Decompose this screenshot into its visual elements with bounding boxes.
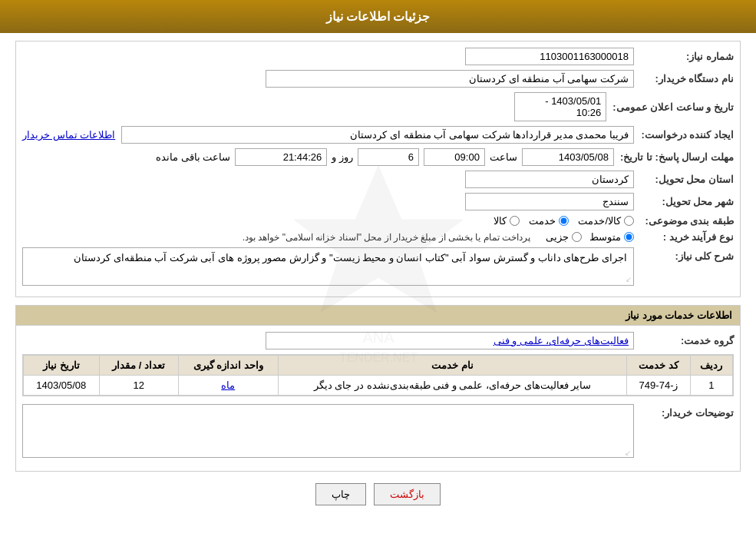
page-container: جزئیات اطلاعات نیاز ANA TENDER.NET شماره… <box>0 0 756 540</box>
back-button[interactable]: بازگشت <box>374 483 441 505</box>
category-radio-kala-khedmat[interactable] <box>624 216 634 226</box>
page-header: جزئیات اطلاعات نیاز <box>0 0 756 33</box>
need-number-value: 1103001163000018 <box>465 48 634 65</box>
process-radio-jozi[interactable] <box>572 232 582 242</box>
table-row: 1 ز-74-749 سایر فعالیت‌های حرفه‌ای، علمی… <box>24 376 733 396</box>
col-header-row-num: ردیف <box>690 356 732 376</box>
deadline-label: مهلت ارسال پاسخ: تا تاریخ: <box>614 151 734 163</box>
general-info-section: شماره نیاز: 1103001163000018 نام دستگاه … <box>15 41 741 297</box>
print-button[interactable]: چاپ <box>315 483 366 505</box>
creator-value: فریبا محمدی مدیر قراردادها شرکت سهامی آب… <box>121 126 634 144</box>
category-label-kala: کالا <box>494 215 507 227</box>
buyer-org-label: نام دستگاه خریدار: <box>634 73 734 84</box>
page-title: جزئیات اطلاعات نیاز <box>326 10 431 23</box>
cell-service-code: ز-74-749 <box>627 376 690 396</box>
category-label-kala-khedmat: کالا/خدمت <box>578 215 621 227</box>
cell-need-date: 1403/05/08 <box>24 376 100 396</box>
need-desc-box: اجرای طرح‌های داناب و گسترش سواد آبی "کت… <box>22 247 634 286</box>
process-label-jozi: جزیی <box>546 231 569 243</box>
process-note: پرداخت تمام یا بخشی از مبلغ خریدار از مح… <box>243 232 530 243</box>
process-type-label: نوع فرآیند خرید : <box>634 231 734 243</box>
category-option-kala: کالا <box>494 215 520 227</box>
services-table: ردیف کد خدمت نام خدمت واحد اندازه گیری ت… <box>23 355 733 396</box>
announce-row: تاریخ و ساعت اعلان عمومی: 1403/05/01 - 1… <box>22 92 734 121</box>
general-info-grid: شماره نیاز: 1103001163000018 نام دستگاه … <box>16 41 740 297</box>
creator-row: ایجاد کننده درخواست: فریبا محمدی مدیر قر… <box>22 126 734 144</box>
category-row: طبقه بندی موضوعی: کالا/خدمت خدمت کالا <box>22 215 734 227</box>
col-header-need-date: تاریخ نیاز <box>24 356 100 376</box>
deadline-date: 1403/05/08 <box>522 148 614 166</box>
process-type-row: نوع فرآیند خرید : متوسط جزیی پرداخت تمام… <box>22 231 734 243</box>
category-label: طبقه بندی موضوعی: <box>634 215 734 227</box>
unit-link[interactable]: ماه <box>221 379 235 391</box>
col-header-quantity: تعداد / مقدار <box>99 356 178 376</box>
deadline-time-label: ساعت <box>490 151 517 163</box>
buyer-desc-area: ↙ <box>22 404 634 460</box>
process-radio-mutavasset[interactable] <box>624 232 634 242</box>
cell-quantity: 12 <box>99 376 178 396</box>
city-row: شهر محل تحویل: سنندج <box>22 193 734 210</box>
col-header-unit: واحد اندازه گیری <box>178 356 278 376</box>
buyer-org-value: شرکت سهامی آب منطقه ای کردستان <box>266 70 634 88</box>
province-row: استان محل تحویل: کردستان <box>22 171 734 188</box>
process-option-jozi: جزیی <box>546 231 582 243</box>
city-label: شهر محل تحویل: <box>634 196 734 207</box>
creator-label: ایجاد کننده درخواست: <box>634 129 734 141</box>
services-info-section: اطلاعات خدمات مورد نیاز گروه خدمت: فعالی… <box>15 305 741 472</box>
deadline-fields: 1403/05/08 ساعت 09:00 6 روز و 21:44:26 س… <box>156 148 614 166</box>
province-value: کردستان <box>465 171 634 188</box>
buyer-desc-textarea[interactable] <box>22 404 634 458</box>
services-table-section: ردیف کد خدمت نام خدمت واحد اندازه گیری ت… <box>22 354 734 396</box>
service-group-row: گروه خدمت: فعالیت‌های حرفه‌ای، علمی و فن… <box>22 332 734 350</box>
need-desc-value: اجرای طرح‌های داناب و گسترش سواد آبی "کت… <box>74 252 627 263</box>
service-group-link[interactable]: فعالیت‌های حرفه‌ای، علمی و فنی <box>494 335 629 346</box>
category-label-khedmat: خدمت <box>529 215 556 227</box>
need-number-row: شماره نیاز: 1103001163000018 <box>22 48 734 65</box>
process-option-mutavasset: متوسط <box>589 231 634 243</box>
services-section-title: اطلاعات خدمات مورد نیاز <box>16 306 740 326</box>
category-radio-group: کالا/خدمت خدمت کالا <box>494 215 634 227</box>
cell-unit: ماه <box>178 376 278 396</box>
services-grid: گروه خدمت: فعالیت‌های حرفه‌ای، علمی و فن… <box>16 326 740 471</box>
announce-label: تاریخ و ساعت اعلان عمومی: <box>606 101 734 113</box>
col-header-service-code: کد خدمت <box>627 356 690 376</box>
city-value: سنندج <box>465 193 634 210</box>
category-radio-kala[interactable] <box>510 216 520 226</box>
deadline-row: مهلت ارسال پاسخ: تا تاریخ: 1403/05/08 سا… <box>22 148 734 166</box>
deadline-remain-label: ساعت باقی مانده <box>156 151 230 163</box>
deadline-day: 6 <box>358 148 419 166</box>
category-radio-khedmat[interactable] <box>559 216 569 226</box>
process-type-group: متوسط جزیی پرداخت تمام یا بخشی از مبلغ خ… <box>243 231 634 243</box>
cell-service-name: سایر فعالیت‌های حرفه‌ای، علمی و فنی طبقه… <box>278 376 627 396</box>
need-desc-row: شرح کلی نیاز: اجرای طرح‌های داناب و گستر… <box>22 247 734 286</box>
need-desc-label: شرح کلی نیاز: <box>634 247 734 262</box>
province-label: استان محل تحویل: <box>634 174 734 185</box>
buttons-row: بازگشت چاپ <box>15 483 741 505</box>
process-label-mutavasset: متوسط <box>589 231 621 243</box>
deadline-remain: 21:44:26 <box>235 148 327 166</box>
need-number-label: شماره نیاز: <box>634 51 734 62</box>
category-option-kala-khedmat: کالا/خدمت <box>578 215 634 227</box>
buyer-desc-label: توضیحات خریدار: <box>634 404 734 419</box>
buyer-org-row: نام دستگاه خریدار: شرکت سهامی آب منطقه ا… <box>22 70 734 88</box>
content-area: ANA TENDER.NET شماره نیاز: 1103001163000… <box>0 33 756 513</box>
service-group-value: فعالیت‌های حرفه‌ای، علمی و فنی <box>266 332 634 350</box>
cell-row-num: 1 <box>690 376 732 396</box>
announce-value: 1403/05/01 - 10:26 <box>514 92 606 121</box>
deadline-day-label: روز و <box>332 151 353 163</box>
contact-link[interactable]: اطلاعات تماس خریدار <box>22 129 115 141</box>
deadline-time: 09:00 <box>424 148 485 166</box>
service-group-label: گروه خدمت: <box>634 335 734 346</box>
buyer-desc-row: توضیحات خریدار: ↙ <box>22 404 734 460</box>
col-header-service-name: نام خدمت <box>278 356 627 376</box>
category-option-khedmat: خدمت <box>529 215 569 227</box>
